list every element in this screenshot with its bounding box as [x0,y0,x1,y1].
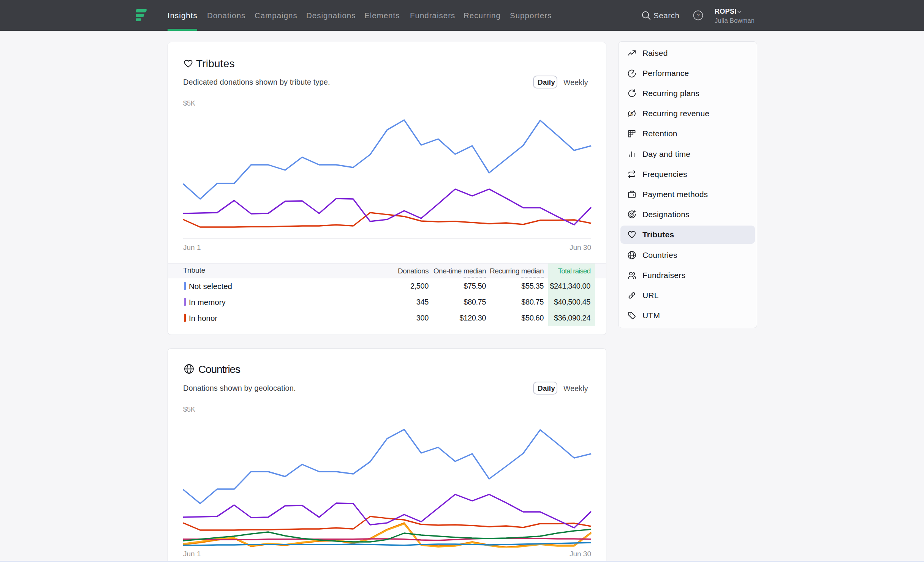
svg-text:?: ? [696,13,699,19]
